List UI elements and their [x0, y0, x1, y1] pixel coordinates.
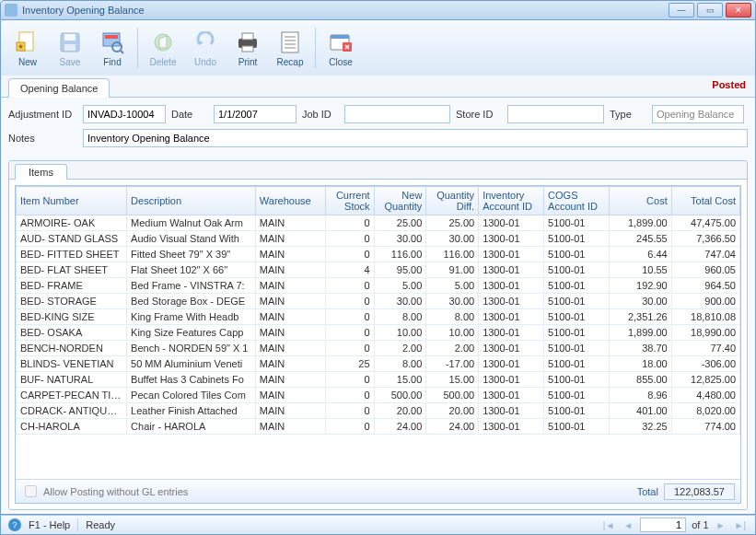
- table-cell[interactable]: BED- OSAKA: [17, 325, 127, 341]
- table-row[interactable]: AUD- STAND GLASSAudio Visual Stand WithM…: [17, 231, 740, 247]
- table-cell[interactable]: 20.00: [374, 403, 426, 419]
- table-cell[interactable]: MAIN: [255, 309, 325, 325]
- table-cell[interactable]: 8,020.00: [671, 403, 739, 419]
- window-close-button[interactable]: ✕: [726, 3, 751, 17]
- table-cell[interactable]: 1300-01: [479, 215, 544, 231]
- table-cell[interactable]: 2,351.26: [610, 309, 672, 325]
- table-cell[interactable]: -17.00: [426, 356, 479, 372]
- tab-items[interactable]: Items: [15, 164, 67, 180]
- table-cell[interactable]: MAIN: [255, 247, 325, 262]
- minimize-button[interactable]: —: [669, 3, 694, 17]
- table-cell[interactable]: 1300-01: [479, 419, 544, 435]
- table-cell[interactable]: 0: [326, 247, 374, 262]
- undo-button[interactable]: Undo: [186, 25, 225, 71]
- table-cell[interactable]: 0: [326, 341, 374, 356]
- table-cell[interactable]: MAIN: [255, 388, 325, 403]
- save-button[interactable]: Save: [51, 25, 89, 71]
- table-cell[interactable]: 50 MM Aluminium Veneti: [127, 356, 256, 372]
- adjustment-id-input[interactable]: [83, 105, 166, 123]
- col-total-cost[interactable]: Total Cost: [671, 187, 739, 215]
- store-id-input[interactable]: [507, 105, 604, 123]
- help-label[interactable]: F1 - Help: [29, 519, 70, 530]
- table-cell[interactable]: Bench - NORDEN 59" X 1: [127, 341, 256, 356]
- table-cell[interactable]: 0: [326, 325, 374, 341]
- table-cell[interactable]: 10.55: [610, 262, 672, 278]
- col-cost[interactable]: Cost: [610, 187, 672, 215]
- table-row[interactable]: BED- FLAT SHEETFlat Sheet 102" X 66"MAIN…: [17, 262, 740, 278]
- table-cell[interactable]: 0: [326, 372, 374, 388]
- table-cell[interactable]: MAIN: [255, 325, 325, 341]
- table-cell[interactable]: 18,990.00: [671, 325, 739, 341]
- table-cell[interactable]: BLINDS- VENETIAN: [17, 356, 127, 372]
- table-cell[interactable]: 18.00: [610, 356, 672, 372]
- col-current-stock[interactable]: Current Stock: [326, 187, 374, 215]
- table-cell[interactable]: 5.00: [426, 278, 479, 294]
- table-row[interactable]: CH-HAROLAChair - HAROLAMAIN024.0024.0013…: [17, 419, 740, 435]
- table-cell[interactable]: MAIN: [255, 356, 325, 372]
- nav-first-button[interactable]: |◄: [601, 520, 617, 530]
- table-cell[interactable]: 15.00: [426, 372, 479, 388]
- table-cell[interactable]: 95.00: [374, 262, 426, 278]
- col-description[interactable]: Description: [127, 187, 256, 215]
- table-cell[interactable]: Buffet Has 3 Cabinets Fo: [127, 372, 256, 388]
- table-cell[interactable]: King Size Features Capp: [127, 325, 256, 341]
- table-cell[interactable]: 500.00: [426, 388, 479, 403]
- close-button[interactable]: Close: [321, 25, 360, 71]
- table-cell[interactable]: 30.00: [610, 294, 672, 309]
- table-cell[interactable]: 774.00: [671, 419, 739, 435]
- table-cell[interactable]: 1,899.00: [610, 325, 672, 341]
- table-cell[interactable]: 1300-01: [479, 231, 544, 247]
- col-new-quantity[interactable]: New Quantity: [374, 187, 426, 215]
- table-cell[interactable]: Flat Sheet 102" X 66": [127, 262, 256, 278]
- table-cell[interactable]: 5100-01: [544, 356, 610, 372]
- col-item-number[interactable]: Item Number: [17, 187, 127, 215]
- delete-button[interactable]: Delete: [144, 25, 182, 71]
- table-cell[interactable]: 5100-01: [544, 309, 610, 325]
- table-cell[interactable]: King Frame With Headb: [127, 309, 256, 325]
- table-cell[interactable]: 1300-01: [479, 278, 544, 294]
- table-cell[interactable]: 1300-01: [479, 325, 544, 341]
- table-cell[interactable]: 7,366.50: [671, 231, 739, 247]
- table-cell[interactable]: 6.44: [610, 247, 672, 262]
- table-row[interactable]: BED- FITTED SHEETFitted Sheet 79" X 39"M…: [17, 247, 740, 262]
- table-cell[interactable]: 245.55: [610, 231, 672, 247]
- table-cell[interactable]: 30.00: [426, 231, 479, 247]
- table-cell[interactable]: 900.00: [671, 294, 739, 309]
- type-input[interactable]: [652, 105, 744, 123]
- find-button[interactable]: Find: [93, 25, 132, 71]
- table-cell[interactable]: CDRACK- ANTIQUE BR.: [17, 403, 127, 419]
- table-cell[interactable]: 855.00: [610, 372, 672, 388]
- table-cell[interactable]: 4,480.00: [671, 388, 739, 403]
- table-cell[interactable]: 5100-01: [544, 403, 610, 419]
- new-button[interactable]: ★ New: [8, 25, 47, 71]
- table-cell[interactable]: 116.00: [374, 247, 426, 262]
- table-cell[interactable]: 0: [326, 294, 374, 309]
- nav-next-button[interactable]: ►: [715, 520, 727, 530]
- table-cell[interactable]: 500.00: [374, 388, 426, 403]
- table-cell[interactable]: 5100-01: [544, 247, 610, 262]
- table-cell[interactable]: 960.05: [671, 262, 739, 278]
- table-row[interactable]: ARMOIRE- OAKMedium Walnut Oak ArmMAIN025…: [17, 215, 740, 231]
- table-cell[interactable]: 1300-01: [479, 341, 544, 356]
- table-row[interactable]: BENCH-NORDENBench - NORDEN 59" X 1MAIN02…: [17, 341, 740, 356]
- maximize-button[interactable]: ▭: [697, 3, 723, 17]
- table-cell[interactable]: 1300-01: [479, 372, 544, 388]
- print-button[interactable]: Print: [228, 25, 267, 71]
- table-cell[interactable]: 30.00: [374, 231, 426, 247]
- notes-input[interactable]: [83, 129, 748, 147]
- table-cell[interactable]: 0: [326, 278, 374, 294]
- table-cell[interactable]: 0: [326, 231, 374, 247]
- table-cell[interactable]: 1300-01: [479, 388, 544, 403]
- col-inventory-acct[interactable]: Inventory Account ID: [479, 187, 544, 215]
- table-row[interactable]: BLINDS- VENETIAN50 MM Aluminium VenetiMA…: [17, 356, 740, 372]
- table-cell[interactable]: 1,899.00: [610, 215, 672, 231]
- table-cell[interactable]: Medium Walnut Oak Arm: [127, 215, 256, 231]
- table-row[interactable]: CDRACK- ANTIQUE BR.Leather Finish Attach…: [17, 403, 740, 419]
- table-cell[interactable]: MAIN: [255, 231, 325, 247]
- table-row[interactable]: BED-KING SIZEKing Frame With HeadbMAIN08…: [17, 309, 740, 325]
- table-cell[interactable]: 25.00: [426, 215, 479, 231]
- table-cell[interactable]: Chair - HAROLA: [127, 419, 256, 435]
- table-cell[interactable]: Bed Frame - VINSTRA 7:: [127, 278, 256, 294]
- table-cell[interactable]: 0: [326, 309, 374, 325]
- table-cell[interactable]: AUD- STAND GLASS: [17, 231, 127, 247]
